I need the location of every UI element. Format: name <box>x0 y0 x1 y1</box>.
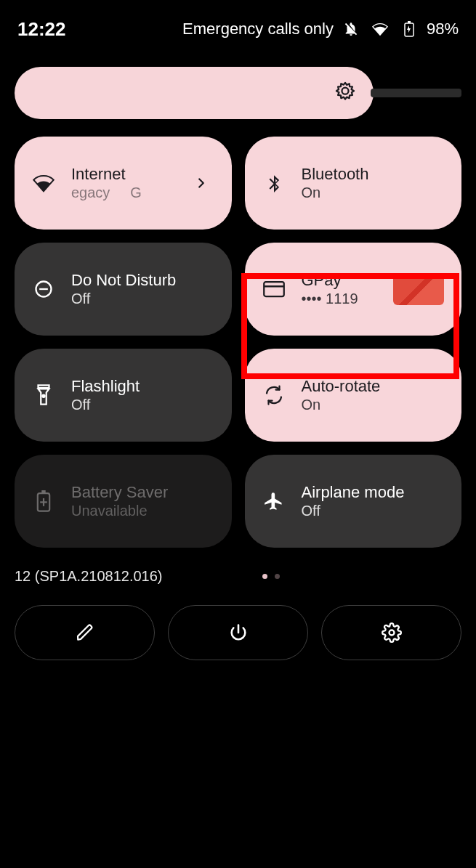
svg-point-12 <box>389 630 394 636</box>
svg-rect-1 <box>408 21 411 23</box>
clock: 12:22 <box>17 18 66 41</box>
dnd-off-icon <box>339 17 363 41</box>
tile-title: Internet <box>71 164 142 184</box>
settings-button[interactable] <box>321 605 461 660</box>
footer-row: 12 (SP1A.210812.016) <box>15 568 461 585</box>
tile-subtitle: egacy G <box>71 184 142 202</box>
tile-gpay[interactable]: GPay •••• 1119 <box>245 243 462 336</box>
bluetooth-icon <box>262 171 286 195</box>
tile-dnd[interactable]: Do Not Disturb Off <box>15 243 232 336</box>
tile-autorotate[interactable]: Auto-rotate On <box>245 349 462 442</box>
flashlight-icon <box>32 384 55 407</box>
svg-rect-5 <box>264 282 284 296</box>
tile-subtitle: On <box>302 396 381 414</box>
card-thumbnail <box>393 273 444 305</box>
wifi-icon <box>32 171 55 195</box>
tile-flashlight[interactable]: Flashlight Off <box>15 349 232 442</box>
power-icon <box>227 621 250 644</box>
status-right: Emergency calls only 98% <box>182 17 459 41</box>
svg-rect-9 <box>41 490 45 493</box>
brightness-fill[interactable] <box>15 67 374 119</box>
brightness-slider[interactable] <box>15 67 461 119</box>
page-indicator[interactable] <box>262 574 280 579</box>
svg-point-2 <box>342 88 348 94</box>
brightness-icon <box>333 81 358 105</box>
tile-subtitle: •••• 1119 <box>302 290 358 308</box>
tile-title: Airplane mode <box>302 482 405 503</box>
battery-icon <box>398 17 421 41</box>
power-button[interactable] <box>168 605 308 660</box>
build-text: 12 (SP1A.210812.016) <box>15 568 163 585</box>
tile-subtitle: Off <box>302 502 405 520</box>
brightness-track[interactable] <box>371 89 461 97</box>
tile-bluetooth[interactable]: Bluetooth On <box>245 137 462 230</box>
bottom-actions <box>0 585 476 660</box>
tile-title: Do Not Disturb <box>71 270 176 291</box>
tile-airplane[interactable]: Airplane mode Off <box>245 455 462 548</box>
pencil-icon <box>73 621 97 644</box>
autorotate-icon <box>262 384 286 407</box>
network-status-text: Emergency calls only <box>182 20 334 38</box>
status-bar: 12:22 Emergency calls only 98% <box>0 0 476 41</box>
chevron-right-icon <box>190 171 213 195</box>
tile-subtitle: Off <box>71 290 176 308</box>
tile-subtitle: On <box>302 184 369 202</box>
battery-saver-icon <box>32 490 55 513</box>
tile-title: Auto-rotate <box>302 376 381 397</box>
page-dot <box>275 574 280 579</box>
tile-battery-saver[interactable]: Battery Saver Unavailable <box>15 455 232 548</box>
edit-button[interactable] <box>15 605 155 660</box>
svg-point-7 <box>42 395 44 397</box>
tile-title: Battery Saver <box>71 482 168 503</box>
gear-icon <box>380 621 403 644</box>
tile-title: Flashlight <box>71 376 140 397</box>
tile-subtitle: Off <box>71 396 140 414</box>
wifi-icon <box>368 17 392 41</box>
card-icon <box>262 277 286 301</box>
tile-internet[interactable]: Internet egacy G <box>15 137 232 230</box>
battery-percent: 98% <box>427 20 459 38</box>
quick-tiles: Internet egacy G Bluetooth On Do Not Dis… <box>0 137 476 548</box>
airplane-icon <box>262 490 286 513</box>
page-dot-active <box>262 574 267 579</box>
tile-subtitle: Unavailable <box>71 502 168 520</box>
tile-title: GPay <box>302 270 358 291</box>
dnd-icon <box>32 277 55 301</box>
tile-title: Bluetooth <box>302 164 369 184</box>
